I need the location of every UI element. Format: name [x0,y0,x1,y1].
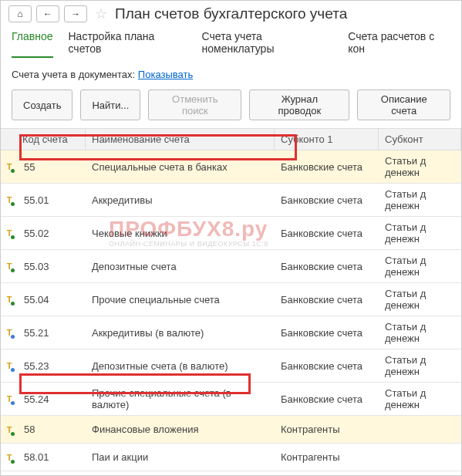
table-row[interactable]: T58Финансовые вложенияКонтрагенты [1,416,461,444]
cell-sk1: Банковские счета [275,256,379,277]
cell-sk2: Статьи д денежн [379,316,461,349]
cell-name: Депозитные счета (в валюте) [86,356,275,376]
cell-name: Чековые книжки [86,223,275,244]
cell-code: 58 [18,419,86,440]
find-button[interactable]: Найти... [80,89,140,120]
tab-settings[interactable]: Настройка плана счетов [69,30,187,58]
back-button[interactable]: ← [36,5,59,22]
cell-name: Прочие специальные счета (в валюте) [86,383,275,415]
account-type-icon: T [1,390,18,408]
accounts-grid: Код счета Наименование счета Субконто 1 … [1,128,461,476]
cell-code: 55.02 [18,223,86,244]
table-row[interactable]: T55Специальные счета в банкахБанковские … [1,150,461,184]
account-type-icon: T [1,257,18,275]
cell-sk2: Статьи д денежн [379,184,461,216]
cell-name: Финансовые вложения [86,419,275,440]
table-row[interactable]: T58.01.1ПаиКонтрагенты [1,471,461,476]
cell-sk1: Банковские счета [275,356,379,376]
subline: Счета учета в документах: Показывать [1,64,461,85]
cell-sk2: Статьи д денежн [379,217,461,249]
account-type-icon: T [1,157,18,176]
subline-label: Счета учета в документах: [12,69,135,80]
cell-code: 55.01 [18,190,86,211]
forward-button[interactable]: → [64,5,87,22]
account-type-icon: T [1,448,18,467]
cancel-search-button[interactable]: Отменить поиск [148,89,241,120]
table-row[interactable]: T55.24Прочие специальные счета (в валюте… [1,383,461,416]
cell-name: Аккредитивы [86,190,275,211]
tabs-bar: Главное Настройка плана счетов Счета уче… [1,27,461,64]
cell-sk1: Банковские счета [275,322,379,343]
cell-sk2 [379,453,461,462]
table-row[interactable]: T55.04Прочие специальные счетаБанковские… [1,283,461,316]
cell-sk2: Статьи д денежн [379,250,461,282]
account-type-icon: T [1,290,18,309]
col-sk2[interactable]: Субконт [379,129,461,150]
cell-name: Специальные счета в банках [86,157,275,177]
tab-main[interactable]: Главное [12,30,53,58]
cell-sk2: Статьи д денежн [379,349,461,382]
table-row[interactable]: T55.03Депозитные счетаБанковские счетаСт… [1,250,461,283]
show-link[interactable]: Показывать [138,69,193,80]
cell-code: 55.23 [18,356,86,376]
journal-button[interactable]: Журнал проводок [249,89,349,120]
cell-code: 55.04 [18,289,86,310]
cell-sk1: Банковские счета [275,190,379,211]
home-button[interactable]: ⌂ [8,5,32,22]
create-button[interactable]: Создать [12,89,73,120]
account-type-icon: T [1,323,18,342]
grid-header: Код счета Наименование счета Субконто 1 … [1,129,461,150]
cell-code: 55.24 [18,389,86,410]
tab-nomenclature[interactable]: Счета учета номенклатуры [202,30,333,58]
col-name[interactable]: Наименование счета [86,129,275,150]
cell-code: 58.01 [18,447,86,468]
cell-sk1: Банковские счета [275,157,379,177]
cell-code: 55 [18,157,86,177]
cell-sk1: Банковские счета [275,389,379,410]
col-sk1[interactable]: Субконто 1 [275,129,379,150]
account-type-icon: T [1,356,18,375]
cell-sk2: Статьи д денежн [379,383,461,415]
cell-sk1: Контрагенты [275,447,379,468]
table-row[interactable]: T55.01АккредитивыБанковские счетаСтатьи … [1,184,461,217]
cell-sk2: Статьи д денежн [379,150,461,183]
cell-sk1: Банковские счета [275,223,379,244]
star-icon[interactable]: ☆ [95,5,107,22]
cell-sk2 [379,425,461,434]
cell-name: Паи и акции [86,447,275,468]
cell-name: Аккредитивы (в валюте) [86,322,275,343]
cell-name: Депозитные счета [86,256,275,277]
col-code[interactable]: Код счета [1,129,86,150]
cell-sk2: Статьи д денежн [379,283,461,316]
account-type-icon: T [1,224,18,242]
cell-sk1: Контрагенты [275,419,379,440]
cell-code: 55.03 [18,256,86,277]
describe-button[interactable]: Описание счета [357,89,450,120]
cell-sk1: Банковские счета [275,289,379,310]
account-type-icon: T [1,420,18,439]
cell-code: 55.21 [18,322,86,343]
table-row[interactable]: T58.01Паи и акцииКонтрагенты [1,444,461,471]
table-row[interactable]: T55.23Депозитные счета (в валюте)Банковс… [1,349,461,383]
cell-name: Прочие специальные счета [86,289,275,310]
page-title: План счетов бухгалтерского учета [115,5,347,22]
table-row[interactable]: T55.02Чековые книжкиБанковские счетаСтат… [1,217,461,250]
table-row[interactable]: T55.21Аккредитивы (в валюте)Банковские с… [1,316,461,349]
account-type-icon: T [1,191,18,209]
tab-contractors[interactable]: Счета расчетов с кон [348,30,450,58]
